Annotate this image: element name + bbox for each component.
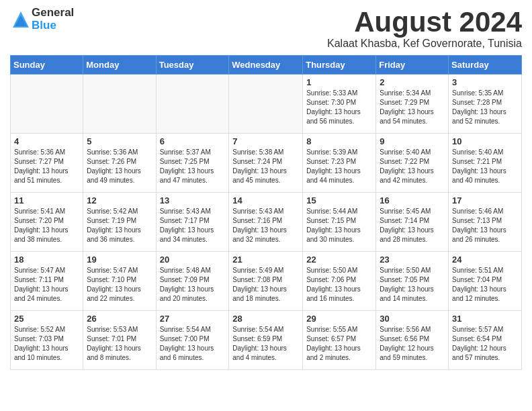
day-info: Sunrise: 5:43 AM Sunset: 7:17 PM Dayligh… xyxy=(160,207,226,244)
day-header-wednesday: Wednesday xyxy=(229,56,303,75)
day-number: 12 xyxy=(87,195,152,205)
day-info: Sunrise: 5:37 AM Sunset: 7:25 PM Dayligh… xyxy=(160,148,226,185)
day-number: 30 xyxy=(380,314,445,324)
day-header-tuesday: Tuesday xyxy=(156,56,229,75)
day-info: Sunrise: 5:35 AM Sunset: 7:28 PM Dayligh… xyxy=(452,89,518,126)
day-number: 10 xyxy=(452,136,518,146)
day-number: 14 xyxy=(232,195,299,205)
day-number: 1 xyxy=(306,77,372,87)
day-number: 5 xyxy=(87,136,152,146)
calendar-week-5: 25Sunrise: 5:52 AM Sunset: 7:03 PM Dayli… xyxy=(11,311,522,370)
page-header: General Blue August 2024 Kalaat Khasba, … xyxy=(10,7,522,50)
calendar-cell: 14Sunrise: 5:43 AM Sunset: 7:16 PM Dayli… xyxy=(229,193,303,252)
title-section: August 2024 Kalaat Khasba, Kef Governora… xyxy=(327,7,522,50)
day-info: Sunrise: 5:43 AM Sunset: 7:16 PM Dayligh… xyxy=(232,207,299,244)
day-number: 19 xyxy=(87,255,152,265)
calendar-cell: 24Sunrise: 5:51 AM Sunset: 7:04 PM Dayli… xyxy=(449,252,522,311)
day-info: Sunrise: 5:53 AM Sunset: 7:01 PM Dayligh… xyxy=(87,325,152,363)
calendar-cell: 5Sunrise: 5:36 AM Sunset: 7:26 PM Daylig… xyxy=(83,134,156,193)
calendar-cell: 16Sunrise: 5:45 AM Sunset: 7:14 PM Dayli… xyxy=(376,193,449,252)
calendar-cell: 20Sunrise: 5:48 AM Sunset: 7:09 PM Dayli… xyxy=(156,252,229,311)
calendar-cell: 12Sunrise: 5:42 AM Sunset: 7:19 PM Dayli… xyxy=(83,193,156,252)
day-number: 23 xyxy=(380,255,445,265)
day-header-thursday: Thursday xyxy=(303,56,376,75)
calendar-week-4: 18Sunrise: 5:47 AM Sunset: 7:11 PM Dayli… xyxy=(11,252,522,311)
calendar-cell: 29Sunrise: 5:55 AM Sunset: 6:57 PM Dayli… xyxy=(303,311,376,370)
day-info: Sunrise: 5:45 AM Sunset: 7:14 PM Dayligh… xyxy=(380,207,445,244)
day-info: Sunrise: 5:51 AM Sunset: 7:04 PM Dayligh… xyxy=(452,266,518,304)
day-number: 25 xyxy=(14,314,79,324)
calendar-cell: 28Sunrise: 5:54 AM Sunset: 6:59 PM Dayli… xyxy=(229,311,303,370)
day-number: 8 xyxy=(306,136,372,146)
day-info: Sunrise: 5:40 AM Sunset: 7:22 PM Dayligh… xyxy=(380,148,445,185)
day-number: 11 xyxy=(14,195,79,205)
calendar-cell: 2Sunrise: 5:34 AM Sunset: 7:29 PM Daylig… xyxy=(376,75,449,134)
day-info: Sunrise: 5:36 AM Sunset: 7:27 PM Dayligh… xyxy=(14,148,79,185)
day-info: Sunrise: 5:47 AM Sunset: 7:11 PM Dayligh… xyxy=(14,266,79,304)
calendar-title: August 2024 xyxy=(327,7,522,38)
calendar-cell: 10Sunrise: 5:40 AM Sunset: 7:21 PM Dayli… xyxy=(449,134,522,193)
day-number: 15 xyxy=(306,195,372,205)
day-info: Sunrise: 5:54 AM Sunset: 7:00 PM Dayligh… xyxy=(160,325,226,363)
logo-icon xyxy=(10,9,32,30)
day-info: Sunrise: 5:52 AM Sunset: 7:03 PM Dayligh… xyxy=(14,325,79,363)
day-number: 18 xyxy=(14,255,79,265)
calendar-cell: 25Sunrise: 5:52 AM Sunset: 7:03 PM Dayli… xyxy=(11,311,83,370)
day-info: Sunrise: 5:41 AM Sunset: 7:20 PM Dayligh… xyxy=(14,207,79,244)
calendar-table: SundayMondayTuesdayWednesdayThursdayFrid… xyxy=(10,55,522,370)
calendar-cell: 23Sunrise: 5:50 AM Sunset: 7:05 PM Dayli… xyxy=(376,252,449,311)
day-header-sunday: Sunday xyxy=(11,56,83,75)
calendar-cell: 19Sunrise: 5:47 AM Sunset: 7:10 PM Dayli… xyxy=(83,252,156,311)
day-number: 21 xyxy=(232,255,299,265)
day-info: Sunrise: 5:56 AM Sunset: 6:56 PM Dayligh… xyxy=(380,325,445,363)
day-number: 31 xyxy=(452,314,518,324)
day-number: 9 xyxy=(380,136,445,146)
calendar-cell: 7Sunrise: 5:38 AM Sunset: 7:24 PM Daylig… xyxy=(229,134,303,193)
calendar-cell xyxy=(11,75,83,134)
day-info: Sunrise: 5:33 AM Sunset: 7:30 PM Dayligh… xyxy=(306,89,372,126)
day-info: Sunrise: 5:55 AM Sunset: 6:57 PM Dayligh… xyxy=(306,325,372,363)
day-info: Sunrise: 5:48 AM Sunset: 7:09 PM Dayligh… xyxy=(160,266,226,304)
day-number: 28 xyxy=(232,314,299,324)
day-number: 3 xyxy=(452,77,518,87)
calendar-cell: 31Sunrise: 5:57 AM Sunset: 6:54 PM Dayli… xyxy=(449,311,522,370)
day-info: Sunrise: 5:44 AM Sunset: 7:15 PM Dayligh… xyxy=(306,207,372,244)
calendar-cell: 4Sunrise: 5:36 AM Sunset: 7:27 PM Daylig… xyxy=(11,134,83,193)
logo: General Blue xyxy=(10,7,74,32)
day-header-monday: Monday xyxy=(83,56,156,75)
day-info: Sunrise: 5:46 AM Sunset: 7:13 PM Dayligh… xyxy=(452,207,518,244)
day-number: 24 xyxy=(452,255,518,265)
calendar-cell: 21Sunrise: 5:49 AM Sunset: 7:08 PM Dayli… xyxy=(229,252,303,311)
calendar-cell: 26Sunrise: 5:53 AM Sunset: 7:01 PM Dayli… xyxy=(83,311,156,370)
day-info: Sunrise: 5:38 AM Sunset: 7:24 PM Dayligh… xyxy=(232,148,299,185)
logo-general: General xyxy=(32,7,74,19)
day-number: 26 xyxy=(87,314,152,324)
calendar-subtitle: Kalaat Khasba, Kef Governorate, Tunisia xyxy=(327,38,522,50)
day-number: 29 xyxy=(306,314,372,324)
calendar-cell: 18Sunrise: 5:47 AM Sunset: 7:11 PM Dayli… xyxy=(11,252,83,311)
day-number: 4 xyxy=(14,136,79,146)
day-info: Sunrise: 5:34 AM Sunset: 7:29 PM Dayligh… xyxy=(380,89,445,126)
day-number: 16 xyxy=(380,195,445,205)
calendar-cell: 11Sunrise: 5:41 AM Sunset: 7:20 PM Dayli… xyxy=(11,193,83,252)
day-info: Sunrise: 5:47 AM Sunset: 7:10 PM Dayligh… xyxy=(87,266,152,304)
day-info: Sunrise: 5:57 AM Sunset: 6:54 PM Dayligh… xyxy=(452,325,518,363)
calendar-week-3: 11Sunrise: 5:41 AM Sunset: 7:20 PM Dayli… xyxy=(11,193,522,252)
day-number: 7 xyxy=(232,136,299,146)
day-header-friday: Friday xyxy=(376,56,449,75)
calendar-cell: 22Sunrise: 5:50 AM Sunset: 7:06 PM Dayli… xyxy=(303,252,376,311)
day-number: 17 xyxy=(452,195,518,205)
calendar-cell xyxy=(229,75,303,134)
calendar-cell: 15Sunrise: 5:44 AM Sunset: 7:15 PM Dayli… xyxy=(303,193,376,252)
day-info: Sunrise: 5:49 AM Sunset: 7:08 PM Dayligh… xyxy=(232,266,299,304)
day-info: Sunrise: 5:36 AM Sunset: 7:26 PM Dayligh… xyxy=(87,148,152,185)
day-info: Sunrise: 5:50 AM Sunset: 7:05 PM Dayligh… xyxy=(380,266,445,304)
day-number: 20 xyxy=(160,255,226,265)
calendar-cell: 9Sunrise: 5:40 AM Sunset: 7:22 PM Daylig… xyxy=(376,134,449,193)
calendar-cell: 13Sunrise: 5:43 AM Sunset: 7:17 PM Dayli… xyxy=(156,193,229,252)
calendar-cell: 1Sunrise: 5:33 AM Sunset: 7:30 PM Daylig… xyxy=(303,75,376,134)
day-number: 13 xyxy=(160,195,226,205)
day-number: 27 xyxy=(160,314,226,324)
calendar-cell: 6Sunrise: 5:37 AM Sunset: 7:25 PM Daylig… xyxy=(156,134,229,193)
logo-blue: Blue xyxy=(32,19,74,32)
